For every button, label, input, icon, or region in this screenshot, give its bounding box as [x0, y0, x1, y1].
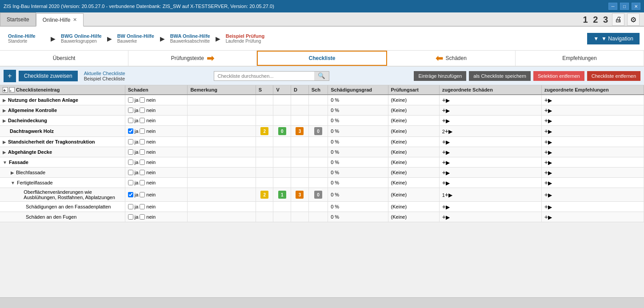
- show-schaden-button[interactable]: ▶: [446, 97, 450, 104]
- checkbox-ja[interactable]: [128, 118, 133, 123]
- close-button[interactable]: ✕: [632, 3, 640, 10]
- navigation-button[interactable]: ▼ ▼ Navigation: [587, 33, 640, 44]
- add-empfehlung-button[interactable]: +: [544, 107, 548, 114]
- add-schaden-button[interactable]: +: [442, 169, 446, 176]
- section-ubersicht[interactable]: Übersicht: [0, 51, 128, 66]
- add-entries-button[interactable]: Einträge hinzufügen: [414, 71, 466, 81]
- show-empfehlung-button[interactable]: ▶: [548, 180, 552, 186]
- add-schaden-button[interactable]: +: [445, 191, 448, 198]
- expand-button[interactable]: ▼: [11, 180, 15, 185]
- add-schaden-button[interactable]: +: [442, 179, 446, 186]
- section-prufungstexte[interactable]: Prüfungstexte ➡: [128, 51, 257, 66]
- checkbox-nein[interactable]: [140, 180, 145, 185]
- breadcrumb-online-hilfe[interactable]: Online-Hilfe Standorte: [4, 32, 49, 45]
- maximize-button[interactable]: □: [620, 3, 629, 10]
- breadcrumb-bwa[interactable]: BWA Online-Hilfe Bauwerksabschnitte: [167, 32, 214, 45]
- expand-button[interactable]: ▶: [3, 118, 6, 123]
- search-icon-button[interactable]: 🔍: [314, 72, 329, 80]
- show-schaden-button[interactable]: ▶: [448, 192, 452, 198]
- show-schaden-button[interactable]: ▶: [448, 128, 452, 135]
- add-button[interactable]: +: [4, 70, 16, 82]
- header-checkbox-expand[interactable]: +: [3, 87, 8, 92]
- checkbox-nein[interactable]: [140, 214, 145, 220]
- add-empfehlung-button[interactable]: +: [544, 148, 548, 156]
- close-icon[interactable]: ✕: [73, 17, 77, 23]
- add-empfehlung-button[interactable]: +: [544, 159, 548, 166]
- show-empfehlung-button[interactable]: ▶: [548, 108, 552, 114]
- show-empfehlung-button[interactable]: ▶: [548, 97, 552, 104]
- search-input[interactable]: [214, 72, 314, 80]
- add-schaden-button[interactable]: +: [442, 117, 446, 124]
- save-checklist-button[interactable]: als Checkliste speichern: [469, 71, 531, 81]
- show-empfehlung-button[interactable]: ▶: [548, 149, 552, 156]
- show-empfehlung-button[interactable]: ▶: [548, 170, 552, 176]
- tab-online-hilfe[interactable]: Online-Hilfe ✕: [36, 13, 84, 27]
- checkbox-ja[interactable]: [128, 128, 133, 134]
- expand-button[interactable]: ▶: [11, 170, 14, 175]
- add-empfehlung-button[interactable]: +: [544, 179, 548, 186]
- header-checkbox-collapse[interactable]: -: [9, 87, 15, 92]
- add-empfehlung-button[interactable]: +: [544, 138, 548, 145]
- checkbox-ja[interactable]: [128, 139, 133, 144]
- show-schaden-button[interactable]: ▶: [446, 108, 450, 114]
- add-empfehlung-button[interactable]: +: [544, 191, 548, 198]
- add-schaden-button[interactable]: +: [442, 107, 446, 114]
- expand-button[interactable]: ▶: [3, 108, 6, 113]
- remove-selection-button[interactable]: Selektion entfernen: [533, 71, 584, 81]
- breadcrumb-bw[interactable]: BW Online-Hilfe Bauwerke: [114, 32, 158, 45]
- checkbox-nein[interactable]: [140, 149, 145, 155]
- settings-button[interactable]: ⚙: [627, 13, 640, 26]
- breadcrumb-beispiel-prufung[interactable]: Beispiel Prüfung Laufende Prüfung: [222, 32, 276, 45]
- checkbox-nein[interactable]: [140, 204, 145, 209]
- checkbox-nein[interactable]: [140, 160, 145, 165]
- checkbox-nein[interactable]: [140, 108, 145, 113]
- add-schaden-button[interactable]: +: [445, 128, 448, 135]
- checkbox-ja[interactable]: [128, 108, 133, 113]
- section-empfehlungen[interactable]: Empfehlungen: [516, 51, 644, 66]
- show-empfehlung-button[interactable]: ▶: [548, 214, 552, 220]
- checkbox-ja[interactable]: [128, 160, 133, 165]
- show-schaden-button[interactable]: ▶: [446, 214, 450, 220]
- add-empfehlung-button[interactable]: +: [544, 169, 548, 176]
- checkbox-ja[interactable]: [128, 97, 133, 103]
- show-schaden-button[interactable]: ▶: [446, 180, 450, 186]
- add-empfehlung-button[interactable]: +: [544, 203, 548, 210]
- show-empfehlung-button[interactable]: ▶: [548, 118, 552, 124]
- checkbox-nein[interactable]: [140, 192, 145, 197]
- show-empfehlung-button[interactable]: ▶: [548, 128, 552, 135]
- checkbox-ja[interactable]: [128, 170, 133, 175]
- expand-button[interactable]: ▶: [3, 98, 6, 103]
- show-schaden-button[interactable]: ▶: [446, 149, 450, 156]
- add-schaden-button[interactable]: +: [442, 96, 446, 104]
- checkbox-ja[interactable]: [128, 192, 133, 197]
- checkbox-ja[interactable]: [128, 180, 133, 185]
- tab-startseite[interactable]: Startseite: [0, 12, 36, 26]
- minimize-button[interactable]: ─: [608, 3, 617, 10]
- add-empfehlung-button[interactable]: +: [544, 128, 548, 135]
- breadcrumb-bwg[interactable]: BWG Online-Hilfe Bauwerksgruppen: [57, 32, 105, 45]
- add-schaden-button[interactable]: +: [442, 213, 446, 220]
- add-empfehlung-button[interactable]: +: [544, 96, 548, 104]
- checkbox-nein[interactable]: [140, 128, 145, 134]
- section-schaden[interactable]: ⬅ Schäden: [387, 51, 516, 66]
- show-schaden-button[interactable]: ▶: [446, 170, 450, 176]
- checkbox-nein[interactable]: [140, 170, 145, 175]
- section-checkliste[interactable]: Checkliste: [257, 51, 387, 66]
- assign-checklist-button[interactable]: Checkliste zuweisen: [19, 71, 78, 81]
- add-schaden-button[interactable]: +: [442, 148, 446, 156]
- show-schaden-button[interactable]: ▶: [446, 118, 450, 124]
- show-empfehlung-button[interactable]: ▶: [548, 204, 552, 210]
- show-empfehlung-button[interactable]: ▶: [548, 160, 552, 166]
- show-schaden-button[interactable]: ▶: [446, 160, 450, 166]
- checkbox-ja[interactable]: [128, 149, 133, 155]
- show-schaden-button[interactable]: ▶: [446, 139, 450, 145]
- show-empfehlung-button[interactable]: ▶: [548, 192, 552, 198]
- checkbox-nein[interactable]: [140, 118, 145, 123]
- print-button[interactable]: 🖨: [612, 13, 624, 26]
- add-schaden-button[interactable]: +: [442, 203, 446, 210]
- checkbox-nein[interactable]: [140, 97, 145, 103]
- checkbox-ja[interactable]: [128, 214, 133, 220]
- checkbox-nein[interactable]: [140, 139, 145, 144]
- show-schaden-button[interactable]: ▶: [446, 204, 450, 210]
- expand-button[interactable]: ▶: [3, 140, 6, 144]
